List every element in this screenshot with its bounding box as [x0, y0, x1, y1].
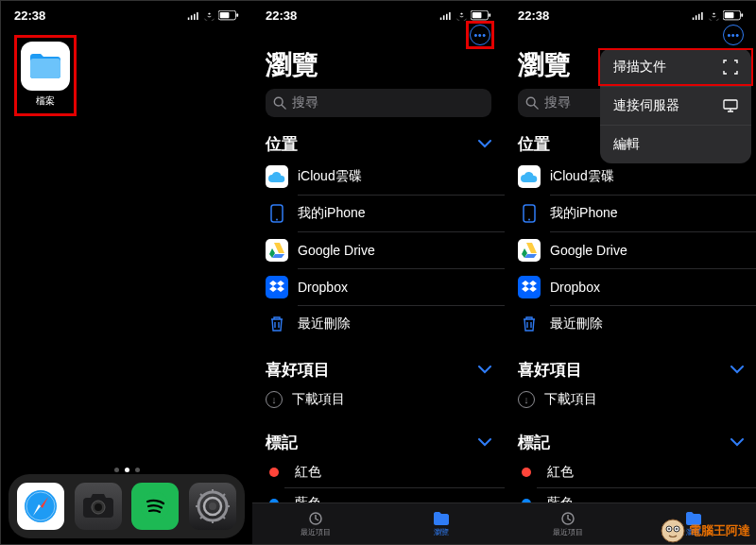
section-tags[interactable]: 標記	[252, 424, 505, 457]
tag-red[interactable]: 紅色	[252, 457, 505, 487]
svg-rect-21	[489, 13, 490, 17]
iphone-icon	[518, 202, 541, 225]
location-iphone[interactable]: 我的iPhone	[505, 196, 756, 231]
favorite-downloads[interactable]: ↓下載項目	[505, 384, 756, 415]
more-button[interactable]: •••	[723, 25, 744, 45]
dock	[9, 474, 245, 538]
status-time: 22:38	[266, 9, 297, 23]
more-button[interactable]: •••	[470, 25, 490, 45]
svg-rect-2	[220, 12, 230, 18]
svg-rect-1	[236, 13, 238, 17]
phone-browse-menu: 22:38 ••• 瀏覽 搜尋 位置 iCloud雲碟 我的iPhone Goo…	[505, 1, 756, 544]
phone-browse: 22:38 ••• 瀏覽 搜尋 位置 iCloud雲碟 我的iPhone Goo…	[252, 1, 505, 544]
svg-rect-36	[724, 100, 737, 109]
location-icloud[interactable]: iCloud雲碟	[505, 159, 756, 195]
location-gdrive[interactable]: Google Drive	[252, 232, 505, 268]
status-time: 22:38	[14, 9, 45, 23]
phone-home: 22:38 檔案	[1, 1, 252, 544]
svg-point-42	[668, 528, 670, 530]
dropbox-icon	[518, 276, 541, 298]
tag-dot	[522, 468, 531, 477]
location-gdrive[interactable]: Google Drive	[505, 232, 756, 268]
camera-icon[interactable]	[75, 483, 122, 530]
search-placeholder: 搜尋	[292, 94, 318, 111]
location-trash[interactable]: 最近刪除	[505, 306, 756, 342]
svg-point-43	[676, 528, 678, 530]
status-time: 22:38	[518, 9, 549, 23]
tab-browse[interactable]: 瀏覽	[379, 503, 506, 544]
page-title: 瀏覽	[252, 47, 505, 89]
svg-point-26	[276, 219, 278, 221]
svg-point-7	[94, 503, 102, 511]
download-icon: ↓	[266, 391, 283, 408]
section-favorites[interactable]: 喜好項目	[252, 351, 505, 384]
tab-recent[interactable]: 最近項目	[252, 503, 379, 544]
chevron-down-icon	[730, 438, 744, 447]
status-indicators	[439, 10, 491, 21]
location-dropbox[interactable]: Dropbox	[252, 269, 505, 305]
browse-list[interactable]: 位置 iCloud雲碟 我的iPhone Google Drive Dropbo…	[505, 126, 756, 502]
download-icon: ↓	[518, 391, 535, 408]
tab-bar: 最近項目 瀏覽	[252, 502, 505, 544]
files-app-icon[interactable]	[21, 42, 70, 91]
spotify-icon[interactable]	[131, 483, 179, 530]
browse-list[interactable]: 位置 iCloud雲碟 我的iPhone Google Drive Dropbo…	[252, 126, 505, 502]
location-icloud[interactable]: iCloud雲碟	[252, 159, 505, 195]
gdrive-icon	[518, 239, 541, 262]
watermark-icon	[661, 519, 685, 543]
chevron-down-icon	[478, 438, 491, 447]
chevron-down-icon	[478, 140, 491, 148]
section-locations[interactable]: 位置	[252, 126, 505, 159]
watermark: 電腦王阿達	[661, 519, 750, 543]
svg-rect-29	[741, 13, 743, 17]
context-menu: 掃描文件 連接伺服器 編輯	[600, 48, 751, 163]
status-bar: 22:38	[1, 1, 252, 25]
gdrive-icon	[266, 239, 288, 262]
svg-point-39	[662, 519, 684, 542]
safari-icon[interactable]	[17, 483, 64, 530]
location-iphone[interactable]: 我的iPhone	[252, 196, 505, 231]
svg-rect-30	[725, 12, 734, 18]
location-trash[interactable]: 最近刪除	[252, 306, 505, 342]
search-icon	[273, 96, 286, 110]
svg-line-32	[534, 105, 538, 109]
chevron-down-icon	[730, 366, 744, 374]
server-icon	[723, 99, 738, 112]
section-favorites[interactable]: 喜好項目	[505, 351, 756, 384]
search-icon	[525, 96, 539, 110]
search-placeholder: 搜尋	[544, 94, 571, 111]
svg-rect-22	[472, 12, 482, 18]
trash-icon	[266, 313, 288, 335]
section-tags[interactable]: 標記	[505, 424, 756, 457]
page-indicator[interactable]	[1, 468, 252, 472]
files-app-label: 檔案	[21, 94, 70, 108]
status-indicators	[692, 10, 744, 21]
tag-blue[interactable]: 藍色	[252, 488, 505, 502]
highlight-files-app: 檔案	[14, 35, 77, 116]
icloud-icon	[518, 165, 541, 188]
status-indicators	[187, 10, 239, 21]
svg-point-11	[209, 502, 216, 510]
tag-blue[interactable]: 藍色	[505, 488, 756, 502]
tag-dot	[269, 468, 279, 477]
status-bar: 22:38	[505, 1, 756, 25]
chevron-down-icon	[478, 366, 491, 374]
highlight-more-button: •••	[466, 21, 494, 49]
tag-red[interactable]: 紅色	[505, 457, 756, 487]
dropbox-icon	[266, 276, 288, 298]
tab-recent[interactable]: 最近項目	[505, 503, 631, 544]
trash-icon	[518, 313, 541, 335]
settings-icon[interactable]	[189, 483, 236, 530]
watermark-text: 電腦王阿達	[689, 522, 750, 539]
svg-line-24	[282, 105, 285, 109]
menu-connect-server[interactable]: 連接伺服器	[600, 86, 751, 125]
menu-edit[interactable]: 編輯	[600, 125, 751, 163]
menu-scan-documents[interactable]: 掃描文件	[600, 48, 751, 86]
scan-icon	[723, 60, 738, 75]
location-dropbox[interactable]: Dropbox	[505, 269, 756, 305]
icloud-icon	[266, 165, 288, 188]
favorite-downloads[interactable]: ↓下載項目	[252, 384, 505, 415]
search-field[interactable]: 搜尋	[266, 89, 491, 117]
svg-point-34	[528, 219, 530, 221]
iphone-icon	[266, 202, 288, 225]
